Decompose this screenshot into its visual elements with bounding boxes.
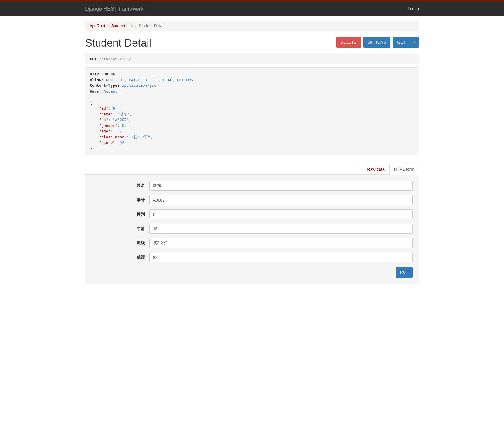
header-ctype-val: application/json xyxy=(120,83,159,88)
form-panel: 姓名 学号 性别 年龄 班级 成绩 PUT xyxy=(85,175,419,284)
brand-link[interactable]: Django REST framework xyxy=(85,1,143,16)
json-score-key: "score" xyxy=(99,140,115,145)
header-ctype-key: Content-Type: xyxy=(90,83,120,88)
json-class-val: "初3-2班" xyxy=(131,135,150,139)
json-id-val: 6 xyxy=(113,106,115,110)
breadcrumb-student-list[interactable]: Student List xyxy=(111,23,133,28)
label-no: 学号 xyxy=(91,197,149,203)
input-no[interactable] xyxy=(149,195,413,205)
json-gender-key: "gender" xyxy=(99,123,117,128)
header-vary-val: Accept xyxy=(101,89,117,93)
tab-row: Raw data HTML form xyxy=(85,164,419,175)
input-age[interactable] xyxy=(149,224,413,234)
json-age-val: 15 xyxy=(115,129,120,133)
header-allow-key: Allow: xyxy=(90,78,104,82)
label-name: 姓名 xyxy=(91,183,149,188)
json-class-key: "class_name" xyxy=(99,135,126,139)
request-path-id: 6 xyxy=(126,57,129,61)
caret-down-icon xyxy=(413,42,416,43)
breadcrumb-current: Student Detail xyxy=(133,23,164,28)
options-button[interactable]: OPTIONS xyxy=(363,37,390,48)
status-line: HTTP 200 OK xyxy=(90,72,115,76)
navbar: Django REST framework Log in xyxy=(0,1,504,16)
header-vary-key: Vary: xyxy=(90,89,101,93)
json-no-key: "no" xyxy=(99,117,108,122)
input-score[interactable] xyxy=(149,253,413,262)
input-name[interactable] xyxy=(149,181,413,191)
header-allow-val: GET, PUT, PATCH, DELETE, HEAD, OPTIONS xyxy=(104,78,193,82)
page-title: Student Detail xyxy=(85,37,151,49)
json-age-key: "age" xyxy=(99,129,110,133)
input-class-name[interactable] xyxy=(149,238,413,248)
get-button-group: GET xyxy=(393,37,419,48)
response-info: HTTP 200 OK Allow: GET, PUT, PATCH, DELE… xyxy=(85,67,419,155)
label-class-name: 班级 xyxy=(91,240,149,246)
get-dropdown-toggle[interactable] xyxy=(410,37,419,48)
json-name-val: "胡东" xyxy=(117,112,130,116)
breadcrumb: Api Root Student List Student Detail xyxy=(85,21,419,31)
tab-html-form[interactable]: HTML form xyxy=(389,164,419,175)
request-path-prefix: /student/v2/ xyxy=(97,57,126,61)
get-button[interactable]: GET xyxy=(393,37,410,48)
breadcrumb-api-root[interactable]: Api Root xyxy=(90,23,105,28)
request-info: GET /student/v2/6/ xyxy=(85,54,419,64)
request-method: GET xyxy=(90,57,97,61)
label-gender: 性别 xyxy=(91,212,149,217)
login-link[interactable]: Log in xyxy=(408,6,419,11)
json-name-key: "name" xyxy=(99,112,113,116)
request-path-suffix: / xyxy=(129,57,131,61)
label-score: 成绩 xyxy=(91,255,149,260)
delete-button[interactable]: DELETE xyxy=(336,37,361,48)
tab-raw-data[interactable]: Raw data xyxy=(362,164,389,175)
put-button[interactable]: PUT xyxy=(396,267,413,278)
input-gender[interactable] xyxy=(149,209,413,219)
json-id-key: "id" xyxy=(99,106,108,110)
json-score-val: 92 xyxy=(120,140,124,145)
json-no-val: "A0007" xyxy=(113,117,129,122)
label-age: 年龄 xyxy=(91,226,149,231)
